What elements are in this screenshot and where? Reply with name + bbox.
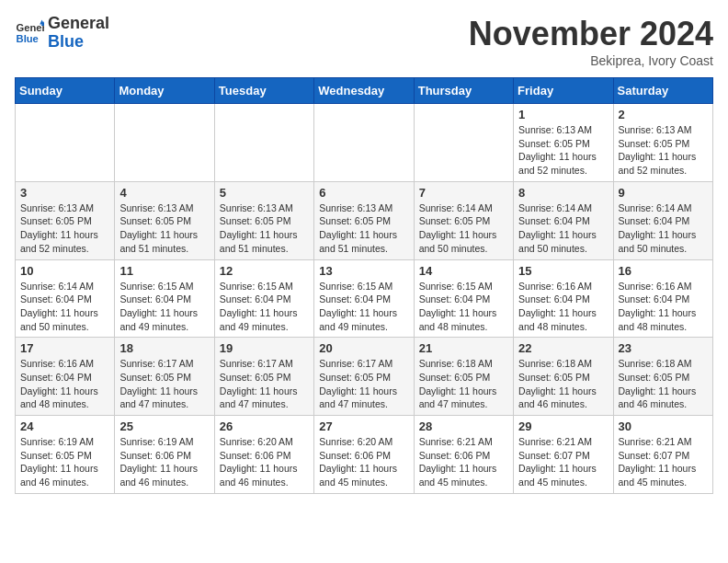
day-number: 24: [20, 419, 109, 433]
day-number: 13: [319, 264, 408, 278]
calendar-week-row: 24Sunrise: 6:19 AM Sunset: 6:05 PM Dayli…: [16, 416, 713, 494]
day-number: 10: [20, 264, 109, 278]
calendar-cell: 8Sunrise: 6:14 AM Sunset: 6:04 PM Daylig…: [514, 181, 613, 259]
calendar-cell: 26Sunrise: 6:20 AM Sunset: 6:06 PM Dayli…: [214, 416, 313, 494]
calendar-week-row: 1Sunrise: 6:13 AM Sunset: 6:05 PM Daylig…: [16, 104, 713, 182]
calendar-cell: 16Sunrise: 6:16 AM Sunset: 6:04 PM Dayli…: [613, 259, 712, 338]
day-number: 17: [20, 341, 109, 355]
day-info: Sunrise: 6:13 AM Sunset: 6:05 PM Dayligh…: [518, 123, 608, 178]
day-number: 25: [119, 419, 209, 433]
header-monday: Monday: [115, 78, 214, 104]
day-info: Sunrise: 6:13 AM Sunset: 6:05 PM Dayligh…: [119, 201, 209, 256]
day-info: Sunrise: 6:21 AM Sunset: 6:06 PM Dayligh…: [419, 435, 508, 489]
calendar-cell: 27Sunrise: 6:20 AM Sunset: 6:06 PM Dayli…: [314, 416, 414, 494]
day-info: Sunrise: 6:19 AM Sunset: 6:05 PM Dayligh…: [20, 435, 109, 489]
calendar-cell: 21Sunrise: 6:18 AM Sunset: 6:05 PM Dayli…: [414, 338, 513, 416]
header-friday: Friday: [514, 78, 613, 104]
day-info: Sunrise: 6:15 AM Sunset: 6:04 PM Dayligh…: [119, 280, 209, 334]
header-thursday: Thursday: [414, 78, 513, 104]
calendar-cell: 11Sunrise: 6:15 AM Sunset: 6:04 PM Dayli…: [115, 259, 214, 338]
day-info: Sunrise: 6:17 AM Sunset: 6:05 PM Dayligh…: [319, 357, 408, 411]
header-saturday: Saturday: [613, 78, 712, 104]
header-sunday: Sunday: [16, 78, 115, 104]
day-info: Sunrise: 6:18 AM Sunset: 6:05 PM Dayligh…: [619, 357, 708, 411]
calendar-cell: 2Sunrise: 6:13 AM Sunset: 6:05 PM Daylig…: [613, 104, 712, 182]
day-number: 2: [619, 108, 708, 121]
day-info: Sunrise: 6:21 AM Sunset: 6:07 PM Dayligh…: [619, 435, 708, 489]
calendar-cell: 23Sunrise: 6:18 AM Sunset: 6:05 PM Dayli…: [613, 338, 712, 416]
logo-text: General Blue: [48, 15, 109, 52]
calendar-cell: 17Sunrise: 6:16 AM Sunset: 6:04 PM Dayli…: [16, 338, 115, 416]
day-info: Sunrise: 6:17 AM Sunset: 6:05 PM Dayligh…: [119, 357, 209, 411]
day-info: Sunrise: 6:15 AM Sunset: 6:04 PM Dayligh…: [220, 280, 309, 334]
logo: General Blue General Blue: [15, 15, 109, 52]
calendar-cell: 7Sunrise: 6:14 AM Sunset: 6:05 PM Daylig…: [414, 181, 513, 259]
calendar-week-row: 10Sunrise: 6:14 AM Sunset: 6:04 PM Dayli…: [16, 259, 713, 338]
day-number: 28: [419, 419, 508, 433]
day-number: 30: [619, 419, 708, 433]
day-info: Sunrise: 6:18 AM Sunset: 6:05 PM Dayligh…: [518, 357, 608, 411]
title-block: November 2024 Bekiprea, Ivory Coast: [469, 15, 713, 68]
day-info: Sunrise: 6:13 AM Sunset: 6:05 PM Dayligh…: [20, 201, 109, 256]
day-info: Sunrise: 6:14 AM Sunset: 6:04 PM Dayligh…: [20, 280, 109, 334]
day-info: Sunrise: 6:20 AM Sunset: 6:06 PM Dayligh…: [220, 435, 309, 489]
day-number: 22: [518, 341, 608, 355]
logo-general-text: General: [48, 15, 109, 33]
day-number: 12: [220, 264, 309, 278]
day-info: Sunrise: 6:16 AM Sunset: 6:04 PM Dayligh…: [20, 357, 109, 411]
day-info: Sunrise: 6:17 AM Sunset: 6:05 PM Dayligh…: [220, 357, 309, 411]
day-number: 1: [518, 108, 608, 121]
day-number: 27: [319, 419, 408, 433]
day-info: Sunrise: 6:21 AM Sunset: 6:07 PM Dayligh…: [518, 435, 608, 489]
day-number: 11: [119, 264, 209, 278]
day-info: Sunrise: 6:16 AM Sunset: 6:04 PM Dayligh…: [619, 280, 708, 334]
calendar-cell: 28Sunrise: 6:21 AM Sunset: 6:06 PM Dayli…: [414, 416, 513, 494]
svg-text:Blue: Blue: [17, 32, 39, 43]
calendar-cell: 3Sunrise: 6:13 AM Sunset: 6:05 PM Daylig…: [16, 181, 115, 259]
calendar-week-row: 17Sunrise: 6:16 AM Sunset: 6:04 PM Dayli…: [16, 338, 713, 416]
calendar-cell: [414, 104, 513, 182]
calendar-table: SundayMondayTuesdayWednesdayThursdayFrid…: [15, 77, 713, 494]
month-title: November 2024: [469, 15, 713, 53]
calendar-cell: 9Sunrise: 6:14 AM Sunset: 6:04 PM Daylig…: [613, 181, 712, 259]
day-info: Sunrise: 6:14 AM Sunset: 6:05 PM Dayligh…: [419, 201, 508, 256]
day-number: 14: [419, 264, 508, 278]
calendar-cell: 10Sunrise: 6:14 AM Sunset: 6:04 PM Dayli…: [16, 259, 115, 338]
calendar-cell: 30Sunrise: 6:21 AM Sunset: 6:07 PM Dayli…: [613, 416, 712, 494]
calendar-cell: 24Sunrise: 6:19 AM Sunset: 6:05 PM Dayli…: [16, 416, 115, 494]
day-number: 23: [619, 341, 708, 355]
day-info: Sunrise: 6:13 AM Sunset: 6:05 PM Dayligh…: [319, 201, 408, 256]
calendar-cell: 15Sunrise: 6:16 AM Sunset: 6:04 PM Dayli…: [514, 259, 613, 338]
header-wednesday: Wednesday: [314, 78, 414, 104]
day-number: 20: [319, 341, 408, 355]
day-number: 26: [220, 419, 309, 433]
day-number: 7: [419, 186, 508, 200]
day-number: 6: [319, 186, 408, 200]
day-number: 16: [619, 264, 708, 278]
calendar-cell: 6Sunrise: 6:13 AM Sunset: 6:05 PM Daylig…: [314, 181, 414, 259]
logo-blue-text: Blue: [48, 33, 109, 52]
day-number: 8: [518, 186, 608, 200]
day-info: Sunrise: 6:14 AM Sunset: 6:04 PM Dayligh…: [518, 201, 608, 256]
calendar-cell: 13Sunrise: 6:15 AM Sunset: 6:04 PM Dayli…: [314, 259, 414, 338]
day-number: 3: [20, 186, 109, 200]
day-info: Sunrise: 6:19 AM Sunset: 6:06 PM Dayligh…: [119, 435, 209, 489]
day-number: 9: [619, 186, 708, 200]
calendar-week-row: 3Sunrise: 6:13 AM Sunset: 6:05 PM Daylig…: [16, 181, 713, 259]
day-info: Sunrise: 6:18 AM Sunset: 6:05 PM Dayligh…: [419, 357, 508, 411]
day-info: Sunrise: 6:13 AM Sunset: 6:05 PM Dayligh…: [220, 201, 309, 256]
logo-icon: General Blue: [15, 18, 44, 48]
day-number: 21: [419, 341, 508, 355]
location-text: Bekiprea, Ivory Coast: [469, 53, 713, 68]
day-number: 19: [220, 341, 309, 355]
day-info: Sunrise: 6:14 AM Sunset: 6:04 PM Dayligh…: [619, 201, 708, 256]
page-header: General Blue General Blue November 2024 …: [15, 15, 713, 68]
day-number: 5: [220, 186, 309, 200]
day-info: Sunrise: 6:15 AM Sunset: 6:04 PM Dayligh…: [419, 280, 508, 334]
day-info: Sunrise: 6:15 AM Sunset: 6:04 PM Dayligh…: [319, 280, 408, 334]
calendar-cell: 18Sunrise: 6:17 AM Sunset: 6:05 PM Dayli…: [115, 338, 214, 416]
calendar-cell: 20Sunrise: 6:17 AM Sunset: 6:05 PM Dayli…: [314, 338, 414, 416]
calendar-cell: 29Sunrise: 6:21 AM Sunset: 6:07 PM Dayli…: [514, 416, 613, 494]
calendar-cell: 19Sunrise: 6:17 AM Sunset: 6:05 PM Dayli…: [214, 338, 313, 416]
calendar-cell: 25Sunrise: 6:19 AM Sunset: 6:06 PM Dayli…: [115, 416, 214, 494]
